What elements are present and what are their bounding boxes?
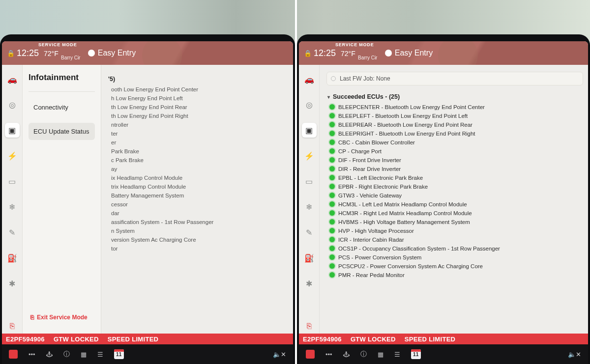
last-fw-job-row[interactable]: Last FW Job: None [326, 72, 583, 85]
succeeded-ecus-header[interactable]: '5) [108, 72, 288, 85]
ecu-row[interactable]: GTW3 - Vehicle Gateway [329, 192, 583, 199]
ecu-row[interactable]: h Low Energy End Point Left [111, 94, 288, 102]
clock: 12:25 [314, 48, 336, 58]
ecu-label: BLEEPLEFT - Bluetooth Low Energy End Poi… [338, 113, 468, 119]
steering-icon[interactable]: ◎ [302, 97, 317, 112]
temperature: 72°F [341, 50, 355, 57]
ecu-label: h Low Energy End Point Left [111, 95, 183, 101]
ecu-row[interactable]: er [111, 139, 288, 146]
car-icon[interactable]: 🚗 [5, 72, 20, 86]
ecu-row[interactable]: PCS - Power Conversion System [329, 253, 583, 261]
ecu-row[interactable]: OCS1P - Occupancy Classification System … [329, 245, 583, 252]
ecu-row[interactable]: HCM3L - Left Led Matrix Headlamp Control… [329, 200, 583, 208]
ecu-row[interactable]: trix Headlamp Control Module [111, 183, 288, 190]
volume-mute-icon[interactable]: 🔈✕ [273, 351, 286, 358]
ecu-row[interactable]: tor [111, 245, 288, 252]
ecu-row[interactable]: EPBR - Right Electronic Park Brake [329, 183, 583, 190]
lock-icon[interactable]: 🔒 [304, 50, 311, 57]
ecu-row[interactable]: ter [111, 130, 288, 137]
succeeded-ecus-header[interactable]: ▾ Succeeded ECUs - (25) [326, 89, 583, 103]
exit-service-mode[interactable]: ⎘ Exit Service Mode [29, 309, 95, 326]
service-mode-label: SERVICE MODE [38, 42, 77, 47]
ecu-row[interactable]: Battery Management System [111, 192, 288, 199]
ecu-row[interactable]: HCM3R - Right Led Matrix Headlamp Contro… [329, 209, 583, 217]
ecu-row[interactable]: cessor [111, 200, 288, 208]
ecu-row[interactable]: EPBL - Left Electronic Park Brake [329, 174, 583, 181]
gtw-locked-label: GTW LOCKED [54, 336, 99, 343]
ecu-row[interactable]: ICR - Interior Cabin Radar [329, 236, 583, 243]
pencil-icon[interactable]: ✎ [302, 225, 317, 240]
lock-icon[interactable]: 🔒 [7, 50, 14, 57]
ecu-row[interactable]: th Low Energy End Point Rear [111, 103, 288, 111]
fuel-icon[interactable]: ⛽ [302, 251, 317, 265]
bolt-icon[interactable]: ⚡ [302, 148, 317, 163]
app-launcher-icon[interactable] [306, 350, 315, 359]
app-launcher-icon[interactable] [9, 350, 18, 359]
ecu-row[interactable]: ix Headlamp Control Module [111, 174, 288, 181]
driver-profile[interactable]: Easy Entry [88, 49, 136, 57]
volume-mute-icon[interactable]: 🔈✕ [568, 351, 581, 358]
submenu-item-connectivity[interactable]: Connectivity [29, 99, 95, 116]
bolt-icon[interactable]: ⚡ [5, 148, 20, 163]
list-icon[interactable]: ☰ [394, 351, 400, 358]
ecu-row[interactable]: BLEEPLEFT - Bluetooth Low Energy End Poi… [329, 112, 583, 119]
ecu-row[interactable]: BLEEPRIGHT - Bluetooth Low Energy End Po… [329, 130, 583, 137]
battery-icon[interactable]: ▭ [302, 174, 317, 189]
snowflake-icon[interactable]: ❄ [302, 199, 317, 214]
ecu-row[interactable]: dar [111, 209, 288, 217]
exit-icon[interactable]: ⎘ [302, 319, 317, 334]
status-dot-icon [329, 157, 335, 163]
ecu-row[interactable]: BLEEPREAR - Bluetooth Low Energy End Poi… [329, 121, 583, 128]
airbag-icon[interactable]: ✱ [302, 276, 317, 291]
calendar-icon[interactable]: 11 [411, 349, 421, 359]
snowflake-icon[interactable]: ❄ [5, 199, 20, 214]
driver-profile[interactable]: Easy Entry [385, 49, 433, 57]
status-dot-icon [329, 201, 335, 207]
steering-icon[interactable]: ◎ [5, 97, 20, 112]
submenu-item-ecu-update[interactable]: ECU Update Status [29, 123, 95, 140]
list-icon[interactable]: ☰ [97, 351, 103, 358]
airbag-icon[interactable]: ✱ [5, 276, 20, 291]
ecu-list: BLEEPCENTER - Bluetooth Low Energy End P… [326, 103, 583, 279]
ecu-row[interactable]: n System [111, 227, 288, 234]
ecu-row[interactable]: PCSCPU2 - Power Conversion System Ac Cha… [329, 262, 583, 270]
ecu-row[interactable]: ntroller [111, 121, 288, 128]
grid-icon[interactable]: ▦ [81, 351, 87, 358]
pencil-icon[interactable]: ✎ [5, 225, 20, 240]
status-dot-icon [329, 254, 335, 260]
ecu-row[interactable]: CBC - Cabin Blower Controller [329, 139, 583, 146]
joystick-icon[interactable]: 🕹 [46, 351, 53, 358]
status-dot-icon [329, 148, 335, 154]
status-dot-icon [329, 219, 335, 224]
more-icon[interactable]: ••• [29, 351, 35, 358]
more-icon[interactable]: ••• [325, 351, 332, 358]
chip-icon[interactable]: ▣ [5, 123, 20, 138]
info-icon[interactable]: ⓘ [360, 350, 367, 359]
joystick-icon[interactable]: 🕹 [343, 351, 350, 358]
ecu-row[interactable]: DIF - Front Drive Inverter [329, 156, 583, 164]
ecu-row[interactable]: HVBMS - High Voltage Battery Management … [329, 218, 583, 225]
ecu-row[interactable]: Park Brake [111, 147, 288, 155]
ecu-row[interactable]: BLEEPCENTER - Bluetooth Low Energy End P… [329, 103, 583, 111]
ecu-row[interactable]: ooth Low Energy End Point Center [111, 85, 288, 93]
status-dot-icon [329, 246, 335, 251]
info-icon[interactable]: ⓘ [63, 350, 70, 359]
exit-icon[interactable]: ⎘ [5, 319, 20, 334]
ecu-row[interactable]: th Low Energy End Point Right [111, 112, 288, 119]
ecu-row[interactable]: assification System - 1st Row Passenger [111, 218, 288, 225]
car-icon[interactable]: 🚗 [302, 72, 317, 86]
calendar-icon[interactable]: 11 [114, 349, 124, 359]
chip-icon[interactable]: ▣ [302, 123, 317, 138]
ecu-row[interactable]: PMR - Rear Pedal Monitor [329, 271, 583, 279]
ecu-row[interactable]: CP - Charge Port [329, 147, 583, 155]
battery-icon[interactable]: ▭ [5, 174, 20, 189]
ecu-row[interactable]: ay [111, 165, 288, 172]
temperature: 72°F [44, 50, 59, 57]
ecu-row[interactable]: version System Ac Charging Core [111, 236, 288, 243]
ecu-row[interactable]: DIR - Rear Drive Inverter [329, 165, 583, 172]
fuel-icon[interactable]: ⛽ [5, 251, 20, 265]
ecu-row[interactable]: HVP - High Voltage Processor [329, 227, 583, 234]
speed-limited-label: SPEED LIMITED [108, 336, 159, 343]
grid-icon[interactable]: ▦ [378, 351, 384, 358]
ecu-row[interactable]: c Park Brake [111, 156, 288, 164]
